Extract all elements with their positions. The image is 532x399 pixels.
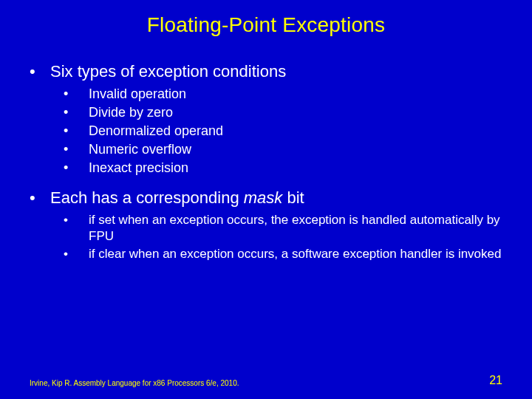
bullet-level1: • Each has a corresponding mask bit (30, 188, 502, 208)
bullet-text: if set when an exception occurs, the exc… (89, 212, 502, 245)
bullet-icon: • (64, 160, 89, 177)
bullet-level2: • Numeric overflow (64, 141, 502, 158)
slide-title: Floating-Point Exceptions (0, 0, 532, 37)
text-run: bit (282, 188, 304, 207)
bullet-icon: • (64, 86, 89, 103)
bullet-level2: • if set when an exception occurs, the e… (64, 212, 502, 245)
bullet-icon: • (64, 246, 89, 262)
slide-footer: Irvine, Kip R. Assembly Language for x86… (30, 374, 502, 387)
bullet-icon: • (30, 188, 50, 208)
bullet-text: Denormalized operand (89, 123, 223, 140)
bullet-text: Inexact precision (89, 160, 188, 177)
bullet-text: Six types of exception conditions (50, 62, 286, 81)
bullet-level2: • Divide by zero (64, 104, 502, 121)
bullet-level2: • Invalid operation (64, 86, 502, 103)
bullet-text: if clear when an exception occurs, a sof… (89, 246, 501, 262)
bullet-icon: • (64, 141, 89, 158)
text-run: Each has a corresponding (50, 188, 244, 207)
bullet-text: Divide by zero (89, 104, 173, 121)
slide-body: • Six types of exception conditions • In… (0, 37, 532, 262)
bullet-text: Invalid operation (89, 86, 186, 103)
bullet-icon: • (64, 104, 89, 121)
page-number: 21 (489, 374, 502, 387)
slide: Floating-Point Exceptions • Six types of… (0, 0, 532, 399)
bullet-icon: • (64, 212, 89, 228)
footer-citation: Irvine, Kip R. Assembly Language for x86… (30, 379, 239, 387)
text-italic: mask (244, 188, 283, 207)
bullet-icon: • (64, 123, 89, 140)
bullet-level2: • if clear when an exception occurs, a s… (64, 246, 502, 262)
bullet-level2: • Denormalized operand (64, 123, 502, 140)
bullet-level2: • Inexact precision (64, 160, 502, 177)
bullet-level1: • Six types of exception conditions (30, 62, 502, 81)
bullet-text: Numeric overflow (89, 141, 191, 158)
bullet-text: Each has a corresponding mask bit (50, 188, 304, 208)
bullet-icon: • (30, 62, 50, 81)
